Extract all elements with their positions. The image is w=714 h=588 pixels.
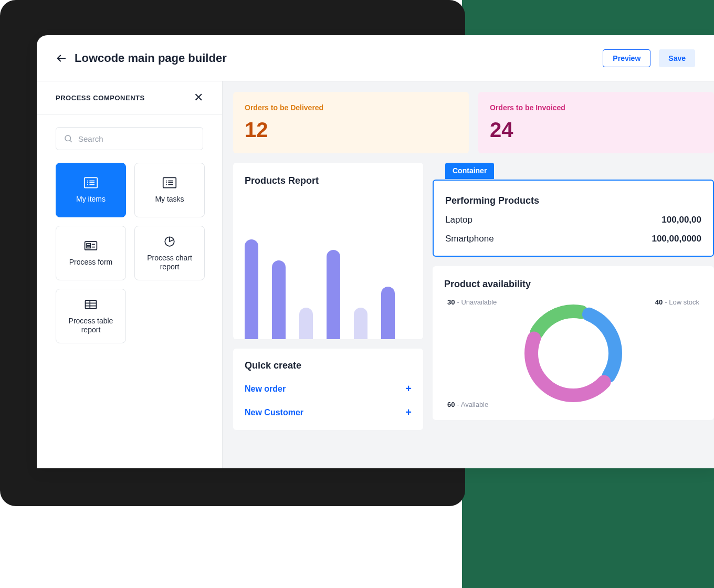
pp-name: Smartphone bbox=[445, 234, 494, 244]
pp-row: Laptop 100,00,00 bbox=[445, 215, 701, 225]
back-arrow-icon[interactable] bbox=[56, 52, 67, 64]
save-button[interactable]: Save bbox=[659, 49, 695, 67]
preview-button[interactable]: Preview bbox=[603, 49, 650, 67]
bar bbox=[272, 260, 286, 339]
svg-line-2 bbox=[70, 140, 71, 142]
stat-value: 24 bbox=[490, 118, 702, 142]
sidebar: PROCESS COMPONENTS ✕ My items My tasks bbox=[37, 81, 223, 468]
tile-my-tasks[interactable]: My tasks bbox=[134, 163, 205, 217]
qc-label: New Customer bbox=[245, 408, 303, 417]
svg-point-1 bbox=[65, 135, 71, 141]
table-icon bbox=[83, 298, 98, 311]
list-icon bbox=[83, 176, 98, 190]
svg-rect-23 bbox=[86, 300, 97, 309]
pp-value: 100,00,0000 bbox=[652, 234, 701, 244]
tile-my-items[interactable]: My items bbox=[56, 163, 126, 217]
bar-chart bbox=[245, 234, 412, 339]
legend-lowstock: 40- Low stock bbox=[655, 298, 699, 306]
card-heading: Product availability bbox=[444, 279, 702, 290]
search-input[interactable] bbox=[78, 134, 195, 143]
sidebar-heading: PROCESS COMPONENTS bbox=[56, 94, 145, 102]
search-input-wrap[interactable] bbox=[56, 127, 203, 150]
canvas: Orders to be Delivered 12 Orders to be I… bbox=[223, 81, 714, 468]
card-quick-create: Quick create New order + New Customer + bbox=[233, 349, 423, 430]
header: Lowcode main page builder Preview Save bbox=[37, 35, 714, 81]
tile-process-table[interactable]: Process table report bbox=[56, 289, 126, 343]
quick-create-new-order[interactable]: New order + bbox=[245, 383, 412, 395]
plus-icon: + bbox=[405, 383, 412, 395]
card-heading: Performing Products bbox=[445, 195, 701, 206]
stat-title: Orders to be Invoiced bbox=[490, 103, 702, 112]
bar bbox=[327, 250, 340, 339]
close-icon[interactable]: ✕ bbox=[194, 92, 203, 103]
list-icon bbox=[162, 176, 177, 190]
bar bbox=[299, 308, 313, 339]
quick-create-new-customer[interactable]: New Customer + bbox=[245, 406, 412, 418]
tile-label: My tasks bbox=[155, 195, 184, 204]
card-heading: Products Report bbox=[245, 175, 412, 186]
card-heading: Quick create bbox=[245, 360, 412, 371]
bar bbox=[245, 239, 258, 339]
pp-name: Laptop bbox=[445, 215, 472, 225]
qc-label: New order bbox=[245, 384, 286, 394]
tile-label: Process table report bbox=[59, 317, 122, 335]
card-product-availability[interactable]: Product availability 30- Unavailable 40-… bbox=[433, 266, 714, 420]
tile-label: Process form bbox=[69, 258, 112, 267]
stat-value: 12 bbox=[245, 118, 457, 142]
tile-process-form[interactable]: Process form bbox=[56, 226, 126, 280]
pp-value: 100,00,00 bbox=[662, 215, 701, 225]
page-title: Lowcode main page builder bbox=[75, 51, 227, 65]
legend-unavailable: 30- Unavailable bbox=[447, 298, 497, 306]
donut-chart-icon bbox=[518, 298, 628, 408]
svg-rect-19 bbox=[87, 246, 90, 248]
search-icon bbox=[64, 134, 73, 143]
tile-process-chart[interactable]: Process chart report bbox=[134, 226, 205, 280]
stat-title: Orders to be Delivered bbox=[245, 103, 457, 112]
svg-rect-18 bbox=[87, 244, 90, 246]
tile-label: Process chart report bbox=[138, 254, 201, 272]
bar bbox=[354, 308, 368, 339]
legend-available: 60- Available bbox=[447, 401, 488, 408]
form-icon bbox=[83, 239, 98, 253]
container-tag[interactable]: Container bbox=[445, 163, 494, 179]
stat-orders-delivered[interactable]: Orders to be Delivered 12 bbox=[233, 92, 469, 153]
stat-orders-invoiced[interactable]: Orders to be Invoiced 24 bbox=[478, 92, 714, 153]
app-window: Lowcode main page builder Preview Save P… bbox=[37, 35, 714, 468]
bar bbox=[381, 287, 395, 339]
plus-icon: + bbox=[405, 406, 412, 418]
card-performing-products[interactable]: Performing Products Laptop 100,00,00 Sma… bbox=[433, 180, 714, 257]
pp-row: Smartphone 100,00,0000 bbox=[445, 234, 701, 244]
tile-label: My items bbox=[76, 195, 106, 204]
card-products-report[interactable]: Products Report bbox=[233, 163, 423, 339]
piechart-icon bbox=[162, 235, 177, 248]
